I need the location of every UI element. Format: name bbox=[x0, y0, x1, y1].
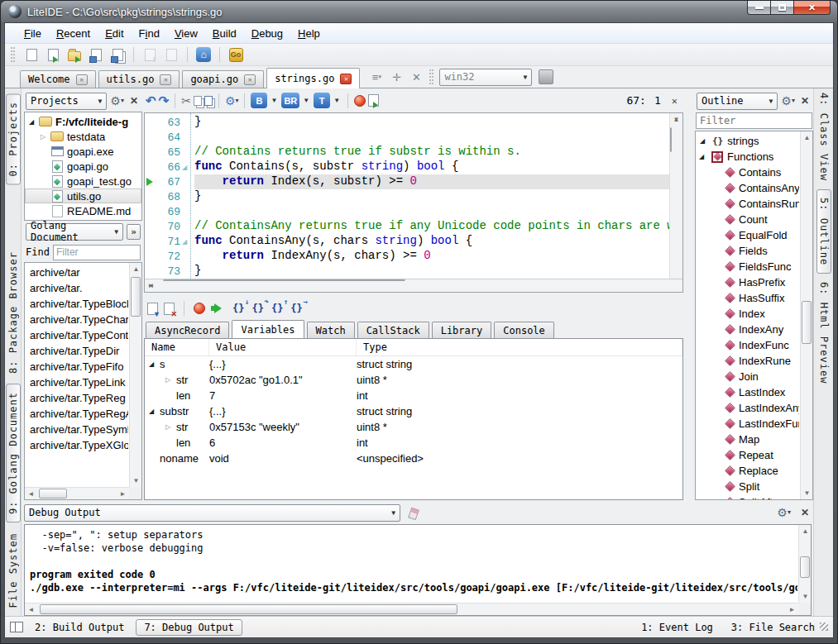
export-button[interactable] bbox=[141, 45, 159, 64]
chevron-down-icon[interactable]: ▼ bbox=[303, 97, 309, 104]
gutter-line[interactable]: 66 bbox=[145, 160, 190, 174]
outline-function-row[interactable]: ContainsAny bbox=[696, 180, 799, 196]
close-button[interactable]: ✕ bbox=[793, 1, 831, 15]
doc-filter-input[interactable] bbox=[53, 245, 141, 260]
scroll-up-icon[interactable]: ▲ bbox=[130, 263, 142, 275]
output-vertical-scrollbar[interactable]: ▲ ▼ bbox=[798, 525, 811, 603]
column-name[interactable]: Name bbox=[145, 339, 209, 355]
variable-row[interactable]: substr {...} struct string bbox=[145, 403, 682, 419]
document-list-item[interactable]: archive/tar.TypeCont bbox=[25, 327, 128, 343]
gutter-line[interactable]: 68 bbox=[145, 189, 190, 204]
doclist-horizontal-scrollbar[interactable]: ◄ ► bbox=[25, 487, 129, 499]
outline-vertical-scrollbar[interactable]: ▲ ▼ bbox=[800, 131, 812, 499]
save-file-button[interactable] bbox=[87, 45, 105, 64]
code-line[interactable]: } bbox=[194, 115, 669, 130]
code-line[interactable]: return IndexAny(s, chars) >= 0 bbox=[194, 249, 669, 264]
outline-function-row[interactable]: LastIndex bbox=[696, 384, 799, 400]
gutter-line[interactable]: 69 bbox=[145, 204, 190, 219]
new-file-button[interactable] bbox=[22, 45, 41, 64]
debug-tab[interactable]: AsyncRecord bbox=[146, 322, 229, 338]
tree-expander-icon[interactable] bbox=[699, 153, 707, 160]
scroll-down-icon[interactable]: ▼ bbox=[801, 487, 813, 499]
document-list-item[interactable]: archive/tar.TypeReg bbox=[25, 390, 128, 406]
gutter-line[interactable]: 65 bbox=[145, 145, 190, 160]
cut-icon[interactable]: ✂ bbox=[181, 94, 191, 107]
document-list-item[interactable]: archive/tar.TypeDir bbox=[25, 343, 128, 359]
outline-function-row[interactable]: Fields bbox=[696, 243, 799, 259]
debug-output-body[interactable]: -sep=", ": setup separators -v=false: ve… bbox=[24, 524, 812, 616]
scroll-left-icon[interactable]: ◄ bbox=[25, 603, 37, 616]
home-button[interactable]: ⌂ bbox=[194, 45, 213, 64]
gutter-line[interactable]: 64 bbox=[145, 130, 190, 145]
outline-function-row[interactable]: Replace bbox=[696, 463, 799, 479]
tree-expander-icon[interactable] bbox=[27, 118, 36, 126]
breakpoint-icon[interactable] bbox=[194, 303, 205, 314]
tree-row[interactable]: goapi.exe bbox=[25, 144, 141, 159]
continue-icon[interactable] bbox=[214, 303, 227, 313]
step-over-icon[interactable]: {} bbox=[251, 303, 265, 314]
document-list-item[interactable]: archive/tar. bbox=[25, 280, 128, 296]
fold-marker-icon[interactable] bbox=[182, 238, 189, 246]
debug-tab[interactable]: Watch bbox=[307, 322, 355, 338]
tree-row[interactable]: F:/vfc/liteide-g bbox=[25, 114, 141, 129]
outline-filter-input[interactable] bbox=[696, 112, 812, 129]
tab-list-button[interactable]: ≡▾ bbox=[367, 68, 385, 86]
run-to-cursor-icon[interactable]: {} bbox=[290, 303, 304, 314]
scrollbar-thumb[interactable] bbox=[39, 489, 67, 499]
sidebar-tab-html-preview[interactable]: 6: Html Preview bbox=[818, 282, 830, 384]
variable-row[interactable]: str 0x5702ac "go1.0.1" uint8 * bbox=[145, 372, 682, 388]
outline-function-row[interactable]: EqualFold bbox=[696, 227, 799, 243]
tree-row[interactable]: goapi_test.go bbox=[25, 174, 141, 188]
scrollbar-thumb[interactable] bbox=[163, 279, 405, 281]
outline-function-row[interactable]: ContainsRune bbox=[696, 196, 799, 212]
menu-item[interactable]: Help bbox=[290, 25, 328, 42]
step-into-icon[interactable]: {} bbox=[232, 303, 246, 314]
outline-function-row[interactable]: FieldsFunc bbox=[696, 259, 799, 274]
outline-root-row[interactable]: {} strings bbox=[696, 133, 799, 149]
status-panel-toggle[interactable]: 2: Build Output bbox=[33, 620, 126, 635]
outline-function-row[interactable]: Split bbox=[696, 479, 799, 494]
outline-function-row[interactable]: Join bbox=[696, 369, 799, 384]
debug-tab[interactable]: CallStack bbox=[357, 322, 429, 338]
title-button[interactable]: T bbox=[314, 93, 330, 108]
outline-combo[interactable]: Outline ▼ bbox=[697, 93, 778, 110]
outline-function-row[interactable]: HasSuffix bbox=[696, 290, 799, 306]
scrollbar-thumb[interactable] bbox=[670, 127, 672, 152]
outline-group-row[interactable]: Functions bbox=[696, 149, 799, 165]
editor-tab[interactable]: goapi.go ✕ bbox=[182, 70, 264, 88]
clear-output-icon[interactable] bbox=[408, 508, 419, 518]
code-line[interactable]: func ContainsAny(s, chars string) bool { bbox=[194, 234, 669, 249]
variable-row[interactable]: noname void <unspecified> bbox=[145, 451, 682, 466]
menu-item[interactable]: View bbox=[167, 25, 205, 42]
scroll-down-icon[interactable]: ▼ bbox=[130, 475, 142, 487]
toolbar-drag-handle[interactable] bbox=[11, 47, 15, 62]
debug-tab[interactable]: Variables bbox=[232, 320, 304, 339]
gutter-line[interactable]: 67 bbox=[145, 174, 190, 189]
scroll-down-icon[interactable]: ▼ bbox=[670, 113, 682, 126]
sidebar-tab-projects[interactable]: 0: Projects bbox=[6, 93, 21, 184]
code-line[interactable] bbox=[194, 130, 669, 145]
document-list-item[interactable]: archive/tar.TypeFifo bbox=[25, 359, 128, 374]
tree-row[interactable]: utils.go bbox=[25, 188, 141, 203]
record-icon[interactable] bbox=[354, 95, 366, 107]
undo-icon[interactable]: ↶ bbox=[146, 93, 156, 108]
variable-row[interactable]: len 7 int bbox=[145, 388, 682, 403]
tree-expander-icon[interactable] bbox=[700, 137, 708, 145]
editor-settings-gear-icon[interactable]: ⚙ bbox=[225, 95, 239, 107]
gutter-line[interactable]: 63 bbox=[145, 115, 190, 130]
tab-close-icon[interactable]: ✕ bbox=[244, 74, 256, 85]
scroll-right-icon[interactable]: ► bbox=[117, 488, 129, 500]
scrollbar-thumb[interactable] bbox=[40, 604, 457, 614]
chevron-down-icon[interactable]: ▼ bbox=[333, 97, 340, 104]
editor-tab[interactable]: utils.go ✕ bbox=[98, 70, 180, 88]
build-target-combo[interactable]: win32 ▼ bbox=[439, 69, 532, 86]
resize-grip[interactable] bbox=[820, 623, 828, 631]
outline-function-row[interactable]: Map bbox=[696, 432, 799, 447]
variable-row[interactable]: str 0x57153c "weekly" uint8 * bbox=[145, 419, 682, 435]
close-panel-icon[interactable]: ✕ bbox=[798, 507, 812, 518]
tree-expander-icon[interactable] bbox=[165, 423, 174, 431]
document-list-item[interactable]: archive/tar.TypeRegA bbox=[25, 406, 128, 422]
tab-close-icon[interactable]: ✕ bbox=[76, 74, 88, 85]
gutter-line[interactable]: 72 bbox=[145, 249, 190, 264]
outline-function-row[interactable]: HasPrefix bbox=[696, 274, 799, 290]
